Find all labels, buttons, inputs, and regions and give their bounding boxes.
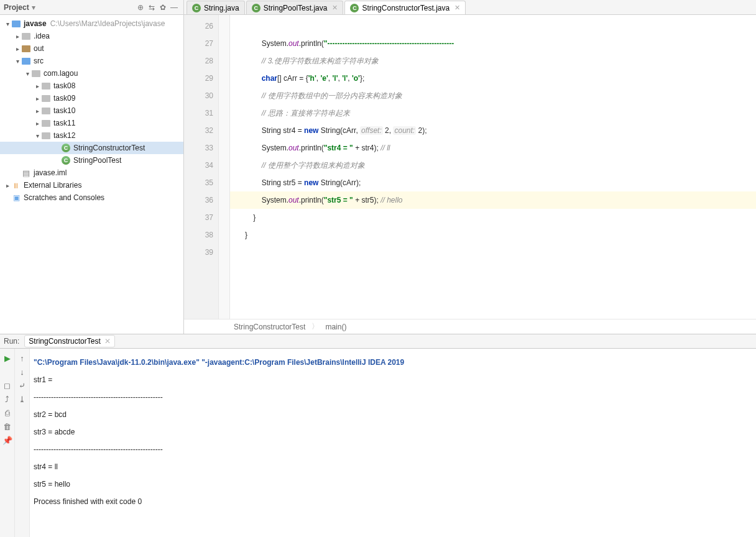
tree-out[interactable]: ▸out [0, 42, 183, 55]
rerun-icon[interactable]: ▶ [1, 351, 14, 365]
stop-icon[interactable] [1, 365, 14, 379]
java-class-icon [192, 4, 201, 12]
run-panel: ▶ ◻ ⤴ ⎙ 🗑 📌 ↑ ↓ ⤶ ⤓ "C:\Program Files\Ja… [0, 349, 756, 537]
gear-icon[interactable]: ✿ [157, 3, 168, 12]
tree-file[interactable]: ▸StringPoolTest [0, 154, 183, 167]
up-icon[interactable]: ↑ [16, 351, 29, 365]
tree-scratch[interactable]: ▸▣Scratches and Consoles [0, 191, 183, 204]
pin-icon[interactable]: 📌 [1, 433, 14, 447]
tab-constructor[interactable]: StringConstructorTest.java✕ [344, 1, 466, 14]
tree-task[interactable]: ▾task12 [0, 129, 183, 142]
run-gutter-left: ▶ ◻ ⤴ ⎙ 🗑 📌 [0, 349, 15, 537]
camera-icon[interactable]: ◻ [1, 379, 14, 392]
tree-task[interactable]: ▸task09 [0, 92, 183, 104]
code-editor[interactable]: System.out.println("--------------------… [230, 15, 756, 319]
tree-iml[interactable]: ▸▤javase.iml [0, 167, 183, 179]
run-toolbar: Run: StringConstructorTest ✕ [0, 334, 756, 349]
locate-icon[interactable]: ⊕ [135, 3, 146, 12]
close-icon[interactable]: ✕ [454, 4, 460, 12]
wrap-icon[interactable]: ⤶ [16, 379, 29, 392]
tree-idea[interactable]: ▸.idea [0, 30, 183, 42]
run-label: Run: [4, 337, 19, 346]
close-icon[interactable]: ✕ [104, 337, 111, 346]
java-class-icon [350, 4, 359, 12]
tree-file[interactable]: ▸StringConstructorTest [0, 142, 183, 154]
editor-tabs: String.java StringPoolTest.java✕ StringC… [184, 0, 756, 15]
tree-root[interactable]: ▾ javase C:\Users\Marz\IdeaProjects\java… [0, 17, 183, 30]
line-gutter[interactable]: 2627282930313233343536373839 [184, 15, 219, 319]
console-output[interactable]: "C:\Program Files\Java\jdk-11.0.2\bin\ja… [30, 349, 756, 537]
breadcrumb[interactable]: StringConstructorTest〉main() [184, 319, 756, 334]
hide-icon[interactable]: — [168, 3, 180, 12]
print-icon[interactable]: ⎙ [1, 406, 14, 420]
scroll-icon[interactable]: ⤓ [16, 392, 29, 406]
tree-src[interactable]: ▾src [0, 55, 183, 67]
tree-task[interactable]: ▸task10 [0, 104, 183, 117]
run-tab[interactable]: StringConstructorTest ✕ [24, 335, 114, 347]
down-icon[interactable]: ↓ [16, 365, 29, 379]
tree-pkg[interactable]: ▾com.lagou [0, 67, 183, 80]
sidebar-header: Project ▾ ⊕ ⇆ ✿ — [0, 0, 183, 15]
editor-area: String.java StringPoolTest.java✕ StringC… [184, 0, 756, 334]
tree-external[interactable]: ▸⫼External Libraries [0, 179, 183, 191]
run-gutter-right: ↑ ↓ ⤶ ⤓ [15, 349, 30, 537]
project-sidebar: Project ▾ ⊕ ⇆ ✿ — ▾ javase C:\Users\Marz… [0, 0, 184, 334]
close-icon[interactable]: ✕ [332, 4, 338, 12]
tab-string[interactable]: String.java [187, 1, 245, 14]
tree-task[interactable]: ▸task11 [0, 117, 183, 129]
chevron-down-icon[interactable]: ▾ [32, 3, 35, 12]
fold-gutter[interactable] [219, 15, 230, 319]
tab-stringpool[interactable]: StringPoolTest.java✕ [246, 1, 344, 14]
tree-task[interactable]: ▸task08 [0, 80, 183, 92]
java-class-icon [252, 4, 260, 12]
collapse-icon[interactable]: ⇆ [146, 3, 157, 12]
exit-icon[interactable]: ⤴ [1, 392, 14, 406]
sidebar-title: Project [4, 3, 29, 12]
trash-icon[interactable]: 🗑 [1, 420, 14, 433]
project-tree[interactable]: ▾ javase C:\Users\Marz\IdeaProjects\java… [0, 15, 183, 334]
